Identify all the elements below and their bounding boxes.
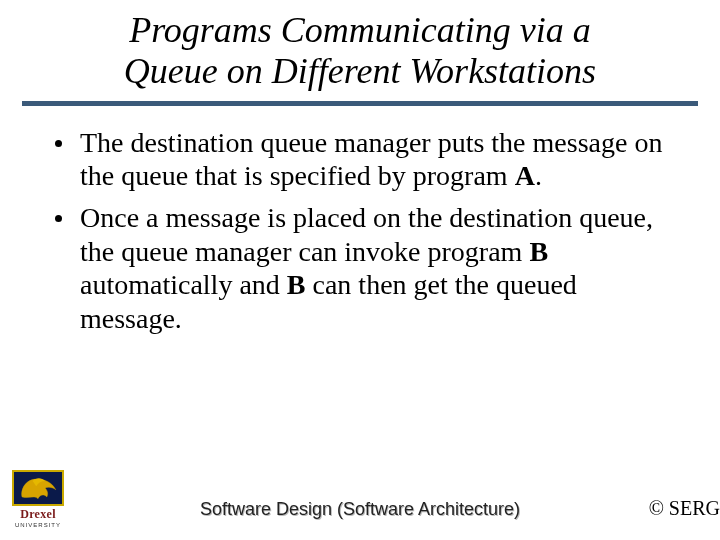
slide-body: The destination queue manager puts the m…: [0, 106, 720, 336]
bullet-item: Once a message is placed on the destinat…: [55, 201, 680, 335]
slide-footer: Drexel UNIVERSITY Software Design (Softw…: [0, 480, 720, 530]
bullet-text-fragment: automatically and: [80, 269, 287, 300]
bullet-text-fragment: The destination queue manager puts the m…: [80, 127, 662, 192]
footer-center-text: Software Design (Software Architecture): [0, 499, 720, 520]
bullet-bold: B: [287, 269, 306, 300]
bullet-item: The destination queue manager puts the m…: [55, 126, 680, 193]
bullet-text: Once a message is placed on the destinat…: [80, 201, 680, 335]
bullet-text: The destination queue manager puts the m…: [80, 126, 680, 193]
bullet-dot-icon: [55, 140, 62, 147]
title-line-1: Programs Communicating via a: [129, 10, 591, 50]
bullet-dot-icon: [55, 215, 62, 222]
bullet-text-fragment: .: [535, 160, 542, 191]
slide-title: Programs Communicating via a Queue on Di…: [0, 10, 720, 93]
bullet-text-fragment: Once a message is placed on the destinat…: [80, 202, 653, 267]
bullet-bold: A: [515, 160, 535, 191]
slide: Programs Communicating via a Queue on Di…: [0, 0, 720, 540]
title-line-2: Queue on Different Workstations: [124, 51, 596, 91]
bullet-bold: B: [529, 236, 548, 267]
logo-sub: UNIVERSITY: [6, 522, 70, 528]
footer-copyright: © SERG: [649, 497, 720, 520]
